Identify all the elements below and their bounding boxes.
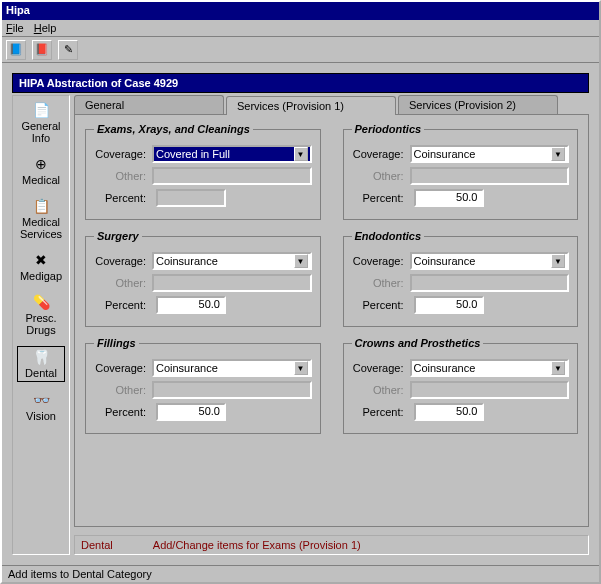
menu-bar: File Help xyxy=(2,20,599,37)
coverage-label: Coverage: xyxy=(352,362,404,374)
toolbar-btn-3[interactable]: ✎ xyxy=(58,40,78,60)
toolbar: 📘 📕 ✎ xyxy=(2,37,599,63)
status-bar: Add items to Dental Category xyxy=(2,565,599,582)
group-legend: Surgery xyxy=(94,230,142,242)
percent-label: Percent: xyxy=(352,299,404,311)
group-legend: Fillings xyxy=(94,337,139,349)
tab-body: Exams, Xrays, and CleaningsCoverage:Cove… xyxy=(74,114,589,527)
group-crowns: Crowns and ProstheticsCoverage:Coinsuran… xyxy=(343,337,579,434)
nav-icon: 🦷 xyxy=(33,349,49,365)
coverage-value: Coinsurance xyxy=(156,255,218,267)
nav-item-4[interactable]: 💊Presc. Drugs xyxy=(17,292,65,338)
other-label: Other: xyxy=(94,170,146,182)
inner-status-right: Add/Change items for Exams (Provision 1) xyxy=(153,539,361,551)
percent-input[interactable] xyxy=(156,189,226,207)
group-surgery: SurgeryCoverage:Coinsurance▼Other:Percen… xyxy=(85,230,321,327)
nav-item-1[interactable]: ⊕Medical xyxy=(17,154,65,188)
coverage-select[interactable]: Coinsurance▼ xyxy=(410,252,570,270)
group-legend: Periodontics xyxy=(352,123,425,135)
nav-item-6[interactable]: 👓Vision xyxy=(17,390,65,424)
chevron-down-icon: ▼ xyxy=(551,361,565,375)
coverage-label: Coverage: xyxy=(352,148,404,160)
inner-status-left: Dental xyxy=(81,539,113,551)
nav-icon: 📋 xyxy=(33,198,49,214)
percent-label: Percent: xyxy=(94,406,146,418)
percent-input[interactable]: 50.0 xyxy=(414,296,484,314)
coverage-label: Coverage: xyxy=(352,255,404,267)
percent-label: Percent: xyxy=(352,406,404,418)
other-input[interactable] xyxy=(152,274,312,292)
nav-item-5[interactable]: 🦷Dental xyxy=(17,346,65,382)
tab-general[interactable]: General xyxy=(74,95,224,114)
nav-item-3[interactable]: ✖Medigap xyxy=(17,250,65,284)
other-input[interactable] xyxy=(410,274,570,292)
coverage-select[interactable]: Coinsurance▼ xyxy=(152,359,312,377)
nav-icon: ⊕ xyxy=(33,156,49,172)
tab-strip: General Services (Provision 1) Services … xyxy=(74,95,589,114)
coverage-label: Coverage: xyxy=(94,255,146,267)
coverage-select[interactable]: Covered in Full▼ xyxy=(152,145,312,163)
coverage-value: Coinsurance xyxy=(414,255,476,267)
other-input[interactable] xyxy=(410,167,570,185)
nav-label: Medigap xyxy=(20,270,62,282)
percent-label: Percent: xyxy=(94,192,146,204)
nav-label: Presc. Drugs xyxy=(19,312,63,336)
chevron-down-icon: ▼ xyxy=(551,147,565,161)
group-exams: Exams, Xrays, and CleaningsCoverage:Cove… xyxy=(85,123,321,220)
group-legend: Crowns and Prosthetics xyxy=(352,337,484,349)
group-legend: Endodontics xyxy=(352,230,425,242)
group-endo: EndodonticsCoverage:Coinsurance▼Other:Pe… xyxy=(343,230,579,327)
chevron-down-icon: ▼ xyxy=(294,147,308,161)
panel-title: HIPA Abstraction of Case 4929 xyxy=(12,73,589,93)
nav-label: Vision xyxy=(26,410,56,422)
window-title: Hipa xyxy=(2,2,599,20)
nav-icon: 👓 xyxy=(33,392,49,408)
percent-label: Percent: xyxy=(352,192,404,204)
nav-icon: 📄 xyxy=(33,102,49,118)
nav-item-2[interactable]: 📋Medical Services xyxy=(17,196,65,242)
chevron-down-icon: ▼ xyxy=(551,254,565,268)
group-perio: PeriodonticsCoverage:Coinsurance▼Other:P… xyxy=(343,123,579,220)
coverage-select[interactable]: Coinsurance▼ xyxy=(152,252,312,270)
other-label: Other: xyxy=(352,384,404,396)
percent-input[interactable]: 50.0 xyxy=(414,403,484,421)
other-input[interactable] xyxy=(410,381,570,399)
coverage-value: Coinsurance xyxy=(414,362,476,374)
tab-services-1[interactable]: Services (Provision 1) xyxy=(226,96,396,115)
nav-label: Medical xyxy=(22,174,60,186)
coverage-select[interactable]: Coinsurance▼ xyxy=(410,145,570,163)
menu-file[interactable]: File xyxy=(6,22,24,34)
left-nav: 📄General Info⊕Medical📋Medical Services✖M… xyxy=(12,95,70,555)
other-input[interactable] xyxy=(152,167,312,185)
toolbar-btn-1[interactable]: 📘 xyxy=(6,40,26,60)
percent-input[interactable]: 50.0 xyxy=(414,189,484,207)
other-label: Other: xyxy=(94,277,146,289)
nav-label: Medical Services xyxy=(19,216,63,240)
percent-input[interactable]: 50.0 xyxy=(156,403,226,421)
percent-label: Percent: xyxy=(94,299,146,311)
percent-input[interactable]: 50.0 xyxy=(156,296,226,314)
coverage-label: Coverage: xyxy=(94,362,146,374)
nav-label: Dental xyxy=(25,367,57,379)
menu-help[interactable]: Help xyxy=(34,22,57,34)
group-fillings: FillingsCoverage:Coinsurance▼Other:Perce… xyxy=(85,337,321,434)
tab-services-2[interactable]: Services (Provision 2) xyxy=(398,95,558,114)
other-label: Other: xyxy=(94,384,146,396)
other-label: Other: xyxy=(352,277,404,289)
chevron-down-icon: ▼ xyxy=(294,361,308,375)
other-label: Other: xyxy=(352,170,404,182)
nav-item-0[interactable]: 📄General Info xyxy=(17,100,65,146)
other-input[interactable] xyxy=(152,381,312,399)
coverage-value: Coinsurance xyxy=(156,362,218,374)
nav-icon: 💊 xyxy=(33,294,49,310)
coverage-value: Covered in Full xyxy=(156,148,230,160)
chevron-down-icon: ▼ xyxy=(294,254,308,268)
group-legend: Exams, Xrays, and Cleanings xyxy=(94,123,253,135)
inner-status: Dental Add/Change items for Exams (Provi… xyxy=(74,535,589,555)
coverage-select[interactable]: Coinsurance▼ xyxy=(410,359,570,377)
coverage-value: Coinsurance xyxy=(414,148,476,160)
nav-label: General Info xyxy=(19,120,63,144)
coverage-label: Coverage: xyxy=(94,148,146,160)
nav-icon: ✖ xyxy=(33,252,49,268)
toolbar-btn-2[interactable]: 📕 xyxy=(32,40,52,60)
